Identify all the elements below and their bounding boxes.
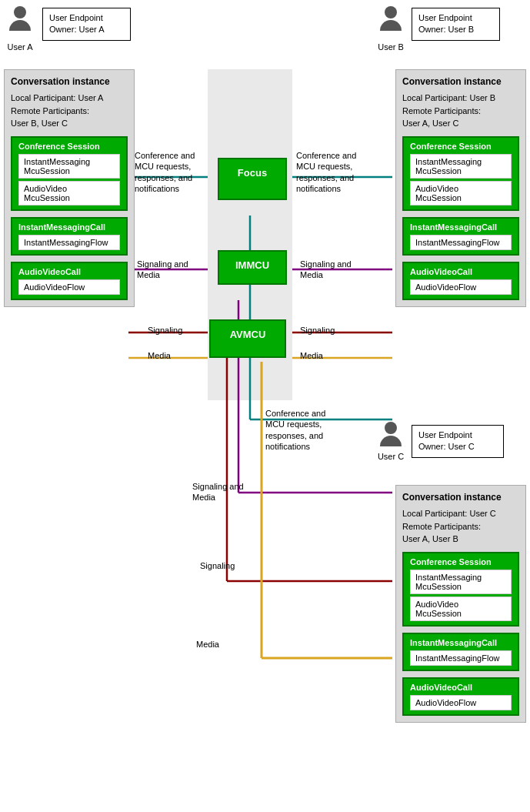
sig-media-label-bottom: Signaling and Media — [192, 481, 254, 503]
conv-instance-left-title: Conversation instance — [11, 76, 128, 87]
conf-mcu-label-left: Conference and MCU requests, responses, … — [135, 150, 200, 194]
conf-session-left-item2: AudioVideo McuSession — [18, 181, 120, 206]
im-call-bottom-wrapper: InstantMessagingCall InstantMessagingFlo… — [402, 633, 519, 671]
media-label-right: Media — [300, 350, 346, 361]
conf-session-right-title: Conference Session — [410, 142, 512, 151]
av-call-right-item: AudioVideoFlow — [410, 279, 512, 295]
conf-mcu-label-bottom: Conference and MCU requests, responses, … — [265, 408, 342, 452]
im-call-right: InstantMessagingCall InstantMessagingFlo… — [402, 217, 519, 256]
sig-media-label-left: Signaling and Media — [137, 259, 198, 281]
conf-session-left-title: Conference Session — [18, 142, 120, 151]
im-call-bottom-title: InstantMessagingCall — [410, 638, 512, 647]
conf-mcu-label-right: Conference and MCU requests, responses, … — [296, 150, 362, 194]
media-label-left: Media — [148, 350, 186, 361]
media-label-bottom: Media — [196, 639, 238, 650]
im-call-left-wrapper: InstantMessagingCall InstantMessagingFlo… — [11, 217, 128, 256]
user-a-endpoint-box: User Endpoint Owner: User A — [42, 8, 131, 41]
av-call-left-title: AudioVideoCall — [18, 267, 120, 276]
avmcu-box: AVMCU — [209, 319, 286, 358]
user-a-endpoint-line1: User Endpoint — [49, 13, 103, 22]
im-call-right-item: InstantMessagingFlow — [410, 235, 512, 250]
diagram-container: User A User Endpoint Owner: User A User … — [0, 0, 530, 812]
user-c-endpoint: User C — [377, 422, 405, 461]
av-call-right: AudioVideoCall AudioVideoFlow — [402, 262, 519, 300]
im-call-right-title: InstantMessagingCall — [410, 222, 512, 232]
av-call-bottom-item: AudioVideoFlow — [410, 695, 512, 710]
user-c-label: User C — [378, 452, 404, 461]
immcu-box: IMMCU — [218, 250, 287, 285]
focus-label: Focus — [238, 167, 267, 179]
im-call-left-title: InstantMessagingCall — [18, 222, 120, 232]
user-c-endpoint-line2: Owner: User C — [418, 442, 475, 451]
avmcu-label: AVMCU — [230, 329, 266, 340]
user-a-endpoint-line2: Owner: User A — [49, 25, 105, 34]
user-b-endpoint-line2: Owner: User B — [418, 25, 474, 34]
im-call-left-item: InstantMessagingFlow — [18, 235, 120, 250]
av-call-left-wrapper: AudioVideoCall AudioVideoFlow — [11, 262, 128, 300]
conv-instance-bottom-info: Local Participant: User C Remote Partici… — [402, 507, 519, 546]
user-a-label: User A — [7, 42, 32, 52]
av-call-left: AudioVideoCall AudioVideoFlow — [11, 262, 128, 300]
conv-instance-right-title: Conversation instance — [402, 76, 519, 87]
user-c-endpoint-line1: User Endpoint — [418, 430, 472, 439]
conf-session-right-item2: AudioVideo McuSession — [410, 181, 512, 206]
sig-media-label-right: Signaling and Media — [300, 259, 362, 281]
user-a-icon — [6, 6, 34, 34]
conv-instance-right-info: Local Participant: User B Remote Partici… — [402, 92, 519, 130]
av-call-bottom-wrapper: AudioVideoCall AudioVideoFlow — [402, 677, 519, 716]
conf-session-left: Conference Session InstantMessaging McuS… — [11, 136, 128, 211]
user-b-endpoint: User B — [377, 6, 405, 52]
user-c-icon — [377, 422, 405, 449]
im-call-bottom: InstantMessagingCall InstantMessagingFlo… — [402, 633, 519, 671]
im-call-left: InstantMessagingCall InstantMessagingFlo… — [11, 217, 128, 256]
av-call-right-wrapper: AudioVideoCall AudioVideoFlow — [402, 262, 519, 300]
conf-session-bottom-item2: AudioVideo McuSession — [410, 596, 512, 621]
user-b-label: User B — [378, 42, 404, 52]
conv-instance-left-info: Local Participant: User A Remote Partici… — [11, 92, 128, 130]
conf-session-right: Conference Session InstantMessaging McuS… — [402, 136, 519, 211]
av-call-bottom-title: AudioVideoCall — [410, 683, 512, 692]
sig-label-bottom: Signaling — [200, 560, 254, 571]
av-call-right-title: AudioVideoCall — [410, 267, 512, 276]
conf-session-right-item1: InstantMessaging McuSession — [410, 154, 512, 179]
conf-session-bottom-item1: InstantMessaging McuSession — [410, 570, 512, 594]
im-call-right-wrapper: InstantMessagingCall InstantMessagingFlo… — [402, 217, 519, 256]
conv-instance-left: Conversation instance Local Participant:… — [4, 69, 135, 307]
focus-box: Focus — [218, 158, 287, 200]
user-b-icon — [377, 6, 405, 34]
av-call-left-item: AudioVideoFlow — [18, 279, 120, 295]
immcu-label: IMMCU — [235, 259, 269, 271]
conf-session-left-item1: InstantMessaging McuSession — [18, 154, 120, 179]
user-c-endpoint-box: User Endpoint Owner: User C — [412, 425, 504, 458]
user-b-endpoint-line1: User Endpoint — [418, 13, 472, 22]
conf-session-bottom: Conference Session InstantMessaging McuS… — [402, 552, 519, 627]
im-call-bottom-item: InstantMessagingFlow — [410, 650, 512, 666]
sig-label-left: Signaling — [148, 325, 194, 336]
sig-label-right: Signaling — [300, 325, 346, 336]
av-call-bottom: AudioVideoCall AudioVideoFlow — [402, 677, 519, 716]
conv-instance-right: Conversation instance Local Participant:… — [395, 69, 526, 307]
conv-instance-bottom-title: Conversation instance — [402, 492, 519, 503]
conv-instance-bottom: Conversation instance Local Participant:… — [395, 485, 526, 723]
user-b-endpoint-box: User Endpoint Owner: User B — [412, 8, 500, 41]
user-a-endpoint: User A — [6, 6, 34, 52]
conf-session-bottom-title: Conference Session — [410, 557, 512, 566]
